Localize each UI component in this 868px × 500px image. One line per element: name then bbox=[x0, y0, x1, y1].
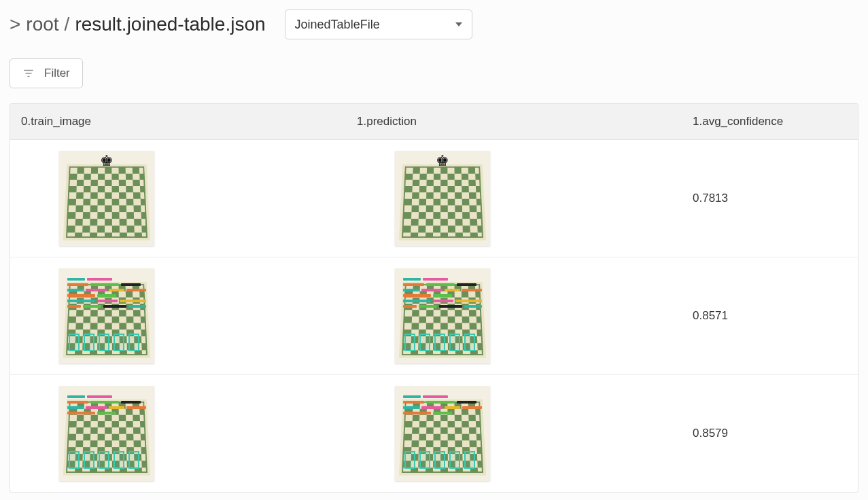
breadcrumb-root[interactable]: root bbox=[26, 14, 58, 35]
thumbnail[interactable] bbox=[59, 268, 154, 363]
cell-avg-confidence: 0.8579 bbox=[682, 416, 858, 451]
chevron-down-icon bbox=[455, 22, 462, 26]
thumbnail[interactable]: ♚ bbox=[59, 151, 154, 246]
file-type-select[interactable]: JoinedTableFile bbox=[285, 10, 472, 39]
table-row: 0.8579 bbox=[10, 375, 858, 492]
col-header-prediction[interactable]: 1.prediction bbox=[346, 104, 682, 139]
cell-train-image bbox=[10, 375, 346, 492]
filter-icon bbox=[22, 67, 35, 79]
cell-prediction: ♚ bbox=[346, 140, 682, 257]
col-header-train-image[interactable]: 0.train_image bbox=[10, 104, 346, 139]
col-header-avg-confidence[interactable]: 1.avg_confidence bbox=[682, 104, 858, 139]
filter-button[interactable]: Filter bbox=[10, 58, 83, 88]
toolbar: Filter bbox=[10, 58, 858, 88]
cell-prediction bbox=[346, 257, 682, 374]
filter-button-label: Filter bbox=[44, 67, 70, 80]
cell-prediction bbox=[346, 375, 682, 492]
thumbnail[interactable] bbox=[395, 386, 490, 481]
table-row: 0.8571 bbox=[10, 257, 858, 375]
cell-avg-confidence: 0.7813 bbox=[682, 181, 858, 216]
thumbnail[interactable]: ♚ bbox=[395, 151, 490, 246]
cell-avg-confidence: 0.8571 bbox=[682, 298, 858, 334]
thumbnail[interactable] bbox=[59, 386, 154, 481]
table-body: ♚♚0.7813 0.8571 0.8579 bbox=[10, 140, 858, 492]
breadcrumb-file: result.joined-table.json bbox=[75, 14, 265, 35]
breadcrumb: > root / result.joined-table.json bbox=[10, 14, 266, 35]
thumbnail[interactable] bbox=[395, 268, 490, 363]
cell-train-image bbox=[10, 257, 346, 374]
cell-train-image: ♚ bbox=[10, 140, 346, 257]
file-type-select-value: JoinedTableFile bbox=[295, 18, 380, 32]
results-table: 0.train_image 1.prediction 1.avg_confide… bbox=[10, 103, 858, 493]
table-row: ♚♚0.7813 bbox=[10, 140, 858, 257]
header-row: > root / result.joined-table.json Joined… bbox=[10, 10, 858, 39]
table-header: 0.train_image 1.prediction 1.avg_confide… bbox=[10, 104, 858, 140]
breadcrumb-chevron: > bbox=[10, 14, 20, 35]
breadcrumb-sep: / bbox=[65, 14, 70, 35]
